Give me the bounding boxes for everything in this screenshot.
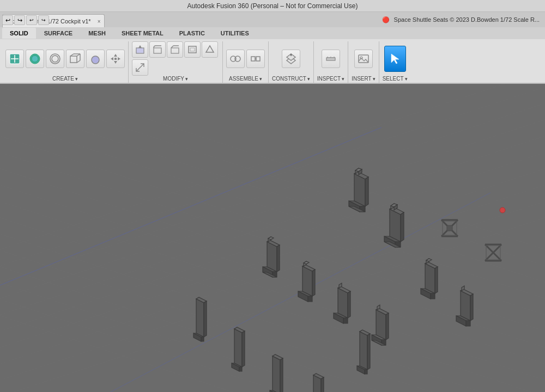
svg-marker-130 <box>343 318 348 323</box>
create-sketch-button[interactable] <box>5 50 24 68</box>
svg-rect-7 <box>70 56 77 63</box>
svg-line-10 <box>77 60 80 63</box>
construct-group: CONSTRUCT▾ <box>269 41 314 83</box>
svg-rect-21 <box>154 48 161 53</box>
create-extra-button[interactable] <box>46 50 64 68</box>
grid-background <box>0 84 545 392</box>
svg-marker-167 <box>272 356 280 392</box>
undo2-button[interactable]: ↩ <box>26 15 37 25</box>
svg-marker-163 <box>242 331 245 367</box>
measure-button[interactable] <box>322 50 340 68</box>
joint-button[interactable] <box>226 50 245 68</box>
mode-tab-mesh[interactable]: MESH <box>81 28 113 39</box>
svg-marker-122 <box>308 296 312 302</box>
svg-rect-32 <box>256 57 260 61</box>
svg-rect-37 <box>326 58 335 60</box>
redo-button[interactable]: ↪ <box>14 15 25 25</box>
create-group: CREATE▾ <box>2 41 129 83</box>
mode-tab-surface[interactable]: SURFACE <box>37 28 81 39</box>
svg-marker-169 <box>280 358 283 392</box>
construct-label[interactable]: CONSTRUCT▾ <box>272 76 310 83</box>
svg-marker-157 <box>204 301 207 337</box>
info-icon: 🔴 <box>382 16 390 23</box>
redo2-button[interactable]: ↪ <box>38 15 49 25</box>
title-bar: Autodesk Fusion 360 (Personal – Not for … <box>0 0 545 12</box>
svg-marker-17 <box>118 57 120 60</box>
select-group: SELECT▾ <box>379 41 411 83</box>
svg-rect-26 <box>190 48 195 51</box>
svg-point-4 <box>32 56 38 62</box>
create-sphere-button[interactable] <box>86 50 105 68</box>
create-label[interactable]: CREATE▾ <box>52 76 78 83</box>
svg-marker-45 <box>391 54 399 64</box>
svg-rect-31 <box>251 57 255 61</box>
press-pull-button[interactable] <box>132 41 148 58</box>
svg-marker-134 <box>386 313 389 340</box>
svg-marker-184 <box>365 370 367 374</box>
svg-marker-142 <box>435 267 438 293</box>
info-bar: 🔴 Space Shuttle Seats © 2023 D.Bowden 1/… <box>377 12 545 27</box>
title-text: Autodesk Fusion 360 (Personal – Not for … <box>187 2 358 10</box>
select-button[interactable] <box>384 46 406 72</box>
svg-marker-161 <box>234 329 242 367</box>
toolbar: SOLID SURFACE MESH SHEET METAL PLASTIC U… <box>0 27 545 84</box>
modify-group: MODIFY▾ <box>129 41 223 83</box>
scale-button[interactable] <box>132 59 148 76</box>
svg-marker-181 <box>367 334 370 370</box>
svg-rect-43 <box>359 55 368 63</box>
tab-close-button[interactable]: × <box>98 18 101 24</box>
svg-marker-175 <box>321 377 324 392</box>
svg-marker-14 <box>114 54 117 57</box>
draft-button[interactable] <box>202 41 218 58</box>
viewport[interactable] <box>0 84 545 392</box>
modify-label[interactable]: MODIFY▾ <box>163 76 188 83</box>
svg-marker-89 <box>401 212 404 242</box>
svg-rect-18 <box>114 58 117 60</box>
svg-point-6 <box>52 56 58 62</box>
svg-marker-155 <box>196 299 204 337</box>
mode-tab-plastic[interactable]: PLASTIC <box>172 28 213 39</box>
mode-tab-sheet-metal[interactable]: SHEET METAL <box>114 28 171 39</box>
svg-marker-16 <box>111 57 113 60</box>
svg-point-192 <box>500 207 505 213</box>
svg-point-13 <box>92 56 99 64</box>
svg-marker-127 <box>348 291 350 318</box>
offset-plane-button[interactable] <box>282 50 300 68</box>
svg-marker-110 <box>277 245 280 272</box>
shell-button[interactable] <box>184 41 201 58</box>
tool-groups: CREATE▾ <box>0 39 545 83</box>
svg-marker-153 <box>466 321 470 326</box>
select-label[interactable]: SELECT▾ <box>383 76 408 83</box>
inspect-group: INSPECT▾ <box>314 41 348 83</box>
assemble-label[interactable]: ASSEMBLE▾ <box>229 76 262 83</box>
undo-button[interactable]: ↩ <box>2 15 13 25</box>
mode-tab-solid[interactable]: SOLID <box>2 28 36 39</box>
insert-label[interactable]: INSERT▾ <box>352 76 376 83</box>
svg-rect-102 <box>447 225 452 231</box>
svg-rect-19 <box>136 48 144 53</box>
inspect-label[interactable]: INSPECT▾ <box>317 76 344 83</box>
rigid-group-button[interactable] <box>246 50 265 68</box>
create-box-button[interactable] <box>66 50 84 68</box>
svg-marker-160 <box>201 337 204 341</box>
svg-marker-119 <box>312 270 315 296</box>
insert-image-button[interactable] <box>354 50 373 68</box>
svg-marker-79 <box>365 177 368 206</box>
svg-rect-22 <box>171 48 179 53</box>
svg-marker-150 <box>470 294 473 321</box>
svg-line-28 <box>136 64 144 71</box>
create-move-button[interactable] <box>106 50 125 68</box>
assemble-group: ASSEMBLE▾ <box>223 41 269 83</box>
svg-marker-145 <box>431 293 435 299</box>
svg-rect-25 <box>189 46 196 53</box>
chamfer-button[interactable] <box>167 41 183 58</box>
undo-redo-bar: ↩ ↪ ↩ ↪ <box>2 15 49 25</box>
mode-tab-utilities[interactable]: UTILITIES <box>213 28 257 39</box>
fillet-button[interactable] <box>149 41 166 58</box>
svg-marker-166 <box>239 367 242 371</box>
solid-create-button[interactable] <box>26 50 44 68</box>
mode-tabs: SOLID SURFACE MESH SHEET METAL PLASTIC U… <box>0 27 545 39</box>
svg-marker-27 <box>206 46 214 52</box>
insert-group: INSERT▾ <box>348 41 379 83</box>
svg-marker-15 <box>114 61 117 64</box>
